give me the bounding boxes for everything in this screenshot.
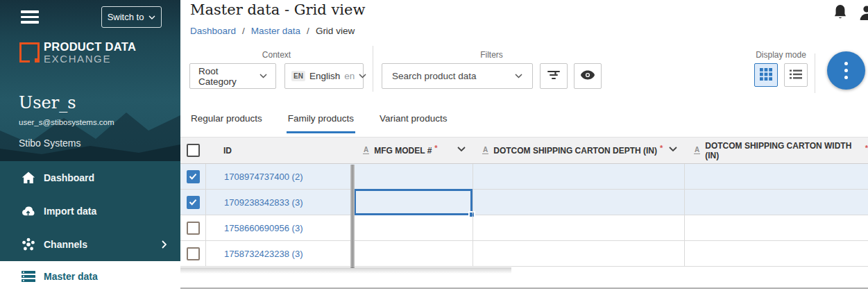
sidebar-item-master-data[interactable]: Master data bbox=[0, 261, 180, 291]
row-id-link[interactable]: 1758732423238 (3) bbox=[224, 249, 303, 259]
grid-cell[interactable] bbox=[684, 164, 868, 189]
grid-cell[interactable] bbox=[473, 241, 684, 266]
grid-cell-selected[interactable] bbox=[355, 190, 473, 215]
sidebar: Switch to PRODUCT DATA EXCHANGE User_s u… bbox=[0, 0, 180, 291]
context-language-dropdown[interactable]: EN English en bbox=[284, 63, 364, 89]
grid-cell[interactable] bbox=[473, 190, 684, 215]
language-code: en bbox=[344, 71, 355, 81]
row-checkbox-checked[interactable] bbox=[187, 170, 200, 183]
search-dropdown-value: Search product data bbox=[392, 71, 477, 81]
grid-cell[interactable] bbox=[473, 164, 684, 189]
logo-line2: EXCHANGE bbox=[44, 53, 111, 65]
tab-regular-products[interactable]: Regular products bbox=[189, 106, 264, 133]
column-menu-chevron-icon[interactable] bbox=[669, 147, 677, 151]
text-attribute-icon: A bbox=[363, 147, 369, 154]
eye-icon bbox=[580, 70, 595, 82]
home-icon bbox=[21, 171, 35, 185]
row-checkbox[interactable] bbox=[187, 222, 200, 235]
row-id-link[interactable]: 1708974737400 (2) bbox=[224, 172, 303, 182]
preview-button[interactable] bbox=[574, 63, 602, 89]
column-header-mfg-model[interactable]: A MFG MODEL # * bbox=[355, 138, 473, 163]
product-grid-table: ID A MFG MODEL # * A DOTCOM SHIPPING CAR… bbox=[180, 137, 868, 267]
column-menu-chevron-icon[interactable] bbox=[457, 147, 466, 151]
filter-button[interactable] bbox=[540, 63, 568, 89]
switch-to-button[interactable]: Switch to bbox=[101, 6, 162, 28]
grid-cell[interactable] bbox=[684, 190, 868, 215]
required-asterisk: * bbox=[865, 144, 868, 152]
select-all-cell bbox=[180, 138, 205, 163]
language-badge: EN bbox=[291, 71, 305, 81]
sidebar-item-label: Master data bbox=[44, 271, 98, 282]
frozen-column-scrollbar[interactable] bbox=[350, 165, 355, 268]
cloud-upload-icon bbox=[21, 204, 35, 219]
table-row: 1708974737400 (2) bbox=[180, 164, 868, 190]
grid-cell[interactable] bbox=[355, 215, 473, 240]
column-header-carton-width[interactable]: A DOTCOM SHIPPING CARTON WIDTH (IN) * bbox=[684, 138, 868, 163]
search-product-data-dropdown[interactable]: Search product data bbox=[382, 63, 533, 89]
required-asterisk: * bbox=[434, 144, 437, 152]
list-icon bbox=[21, 269, 35, 283]
context-category-dropdown[interactable]: Root Category bbox=[189, 63, 276, 89]
product-tabs: Regular products Family products Variant… bbox=[189, 106, 448, 133]
column-header-id[interactable]: ID bbox=[205, 138, 350, 163]
grid-cell[interactable] bbox=[355, 164, 473, 189]
table-row: 1758732423238 (3) bbox=[180, 241, 868, 267]
column-header-carton-depth[interactable]: A DOTCOM SHIPPING CARTON DEPTH (IN) * bbox=[473, 138, 684, 163]
breadcrumb-separator: / bbox=[242, 26, 245, 36]
menu-hamburger-icon[interactable] bbox=[21, 10, 39, 24]
user-organization: Stibo Systems bbox=[19, 138, 80, 149]
table-row: 1758660690956 (3) bbox=[180, 215, 868, 241]
breadcrumb-separator: / bbox=[307, 26, 309, 36]
sidebar-item-label: Channels bbox=[44, 239, 87, 250]
grid-cell[interactable] bbox=[355, 241, 473, 266]
required-asterisk: * bbox=[660, 144, 663, 152]
chevron-down-icon bbox=[259, 74, 267, 78]
sidebar-item-import-data[interactable]: Import data bbox=[0, 194, 180, 228]
row-checkbox[interactable] bbox=[187, 247, 200, 260]
sidebar-item-channels[interactable]: Channels bbox=[0, 228, 180, 261]
frozen-area-shadow bbox=[180, 267, 511, 274]
chevron-down-icon bbox=[359, 74, 366, 78]
select-all-checkbox[interactable] bbox=[187, 144, 200, 157]
list-view-icon bbox=[790, 69, 802, 81]
logo-line1: PRODUCT DATA bbox=[44, 40, 136, 53]
breadcrumb-current: Grid view bbox=[316, 26, 355, 36]
display-mode-grid-button[interactable] bbox=[754, 63, 778, 87]
context-category-value: Root Category bbox=[198, 66, 255, 87]
sidebar-item-dashboard[interactable]: Dashboard bbox=[0, 161, 180, 194]
chevron-down-icon bbox=[515, 74, 522, 78]
more-actions-fab[interactable] bbox=[827, 51, 865, 90]
breadcrumb-master-data[interactable]: Master data bbox=[251, 26, 300, 36]
grid-cell[interactable] bbox=[473, 215, 684, 240]
display-mode-group-label: Display mode bbox=[754, 50, 808, 60]
sidebar-item-label: Dashboard bbox=[44, 172, 94, 183]
app-window: Switch to PRODUCT DATA EXCHANGE User_s u… bbox=[0, 0, 868, 291]
grid-cell[interactable] bbox=[684, 215, 868, 240]
filters-group-label: Filters bbox=[382, 50, 602, 60]
logo-dot-icon bbox=[35, 58, 39, 63]
kebab-menu-icon bbox=[844, 62, 848, 65]
row-checkbox-checked[interactable] bbox=[187, 196, 200, 209]
row-id-link[interactable]: 1709238342833 (3) bbox=[224, 197, 303, 208]
toolbar-divider bbox=[373, 46, 373, 92]
row-id-link[interactable]: 1758660690956 (3) bbox=[224, 223, 303, 233]
sidebar-nav: Dashboard Import data Channels bbox=[0, 161, 180, 291]
notifications-button[interactable] bbox=[833, 4, 848, 23]
tab-variant-products[interactable]: Variant products bbox=[378, 106, 448, 133]
table-row: 1709238342833 (3) bbox=[180, 190, 868, 215]
user-email: user_s@stibosystems.com bbox=[19, 118, 114, 126]
grid-cell[interactable] bbox=[684, 241, 868, 266]
chevron-down-icon bbox=[148, 15, 155, 19]
breadcrumb-dashboard[interactable]: Dashboard bbox=[190, 26, 236, 36]
main-content: Master data - Grid view Dashboard / Mast… bbox=[180, 0, 868, 291]
horizontal-scrollbar[interactable] bbox=[180, 288, 868, 290]
person-icon bbox=[859, 12, 868, 22]
display-mode-list-button[interactable] bbox=[784, 63, 808, 87]
tab-family-products[interactable]: Family products bbox=[287, 106, 355, 133]
page-title: Master data - Grid view bbox=[190, 1, 365, 18]
cell-selection-outline bbox=[354, 189, 473, 215]
channels-icon bbox=[21, 238, 35, 252]
chevron-right-icon bbox=[162, 240, 167, 249]
user-account-button[interactable] bbox=[859, 5, 868, 22]
grid-view-icon bbox=[760, 68, 772, 83]
